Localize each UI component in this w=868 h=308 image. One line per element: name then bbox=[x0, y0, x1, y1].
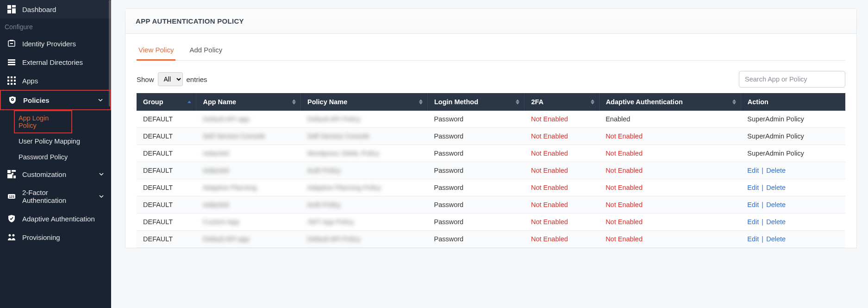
col-label: Login Method bbox=[434, 98, 478, 106]
entries-label: entries bbox=[187, 75, 207, 83]
cell-group: DEFAULT bbox=[137, 145, 196, 162]
cell-policy-name: Self Service Console bbox=[301, 128, 428, 145]
svg-rect-3 bbox=[7, 10, 11, 13]
show-label: Show bbox=[137, 75, 154, 83]
tabs: View Policy Add Policy bbox=[137, 43, 845, 61]
cell-login-method: Password bbox=[427, 196, 525, 214]
col-app-name[interactable]: App Name bbox=[196, 93, 301, 111]
nav-external-directories[interactable]: External Directories bbox=[0, 53, 111, 71]
chevron-down-icon bbox=[99, 172, 104, 176]
cell-adaptive: Not Enabled bbox=[599, 231, 741, 248]
separator: | bbox=[759, 184, 766, 191]
svg-rect-10 bbox=[7, 76, 9, 78]
delete-link[interactable]: Delete bbox=[766, 167, 786, 174]
col-label: App Name bbox=[203, 98, 236, 106]
nav-customization[interactable]: Customization bbox=[0, 165, 111, 183]
cell-action: Edit | Delete bbox=[741, 162, 845, 179]
cell-2fa: Not Enabled bbox=[525, 214, 599, 231]
nav-identity-providers[interactable]: Identity Providers bbox=[0, 34, 111, 53]
policies-subitems: App Login Policy User Policy Mapping Pas… bbox=[0, 110, 111, 165]
cell-2fa: Not Enabled bbox=[525, 128, 599, 145]
nav-apps[interactable]: Apps bbox=[0, 71, 111, 90]
directories-icon bbox=[7, 58, 16, 66]
cell-2fa: Not Enabled bbox=[525, 162, 599, 179]
edit-link[interactable]: Edit bbox=[747, 218, 759, 226]
cell-action: Edit | Delete bbox=[741, 179, 845, 196]
sort-icon bbox=[516, 100, 519, 105]
sub-item-label: User Policy Mapping bbox=[19, 138, 80, 145]
search-box bbox=[739, 71, 845, 88]
cell-login-method: Password bbox=[427, 111, 525, 128]
table-row: DEFAULTDefault API appDefault API Policy… bbox=[137, 111, 845, 128]
cell-action: Edit | Delete bbox=[741, 196, 845, 214]
cell-action: SuperAdmin Policy bbox=[741, 111, 845, 128]
svg-rect-24 bbox=[7, 174, 12, 178]
cell-adaptive: Not Enabled bbox=[599, 128, 741, 145]
main-content: APP AUTHENTICATION POLICY View Policy Ad… bbox=[111, 0, 868, 308]
edit-link[interactable]: Edit bbox=[747, 201, 759, 208]
delete-link[interactable]: Delete bbox=[766, 218, 786, 226]
table-row: DEFAULTCustom AppJWT App PolicyPasswordN… bbox=[137, 214, 845, 231]
nav-dashboard[interactable]: Dashboard bbox=[0, 0, 111, 19]
sort-icon bbox=[732, 100, 736, 105]
cell-app-name: Default API app bbox=[196, 111, 301, 128]
adaptive-auth-icon bbox=[7, 214, 16, 223]
svg-rect-0 bbox=[7, 5, 11, 9]
col-label: Group bbox=[143, 98, 163, 106]
cell-app-name: Adaptive Planning bbox=[196, 179, 301, 196]
cell-login-method: Password bbox=[427, 231, 525, 248]
cell-login-method: Password bbox=[427, 179, 525, 196]
cell-2fa: Not Enabled bbox=[525, 111, 599, 128]
nav-policies[interactable]: Policies bbox=[0, 90, 111, 110]
cell-adaptive: Not Enabled bbox=[599, 214, 741, 231]
tab-add-policy[interactable]: Add Policy bbox=[187, 43, 224, 61]
cell-adaptive: Enabled bbox=[599, 111, 741, 128]
sub-user-policy-mapping[interactable]: User Policy Mapping bbox=[0, 133, 111, 149]
policy-panel: APP AUTHENTICATION POLICY View Policy Ad… bbox=[125, 8, 857, 248]
cell-app-name: redacted bbox=[196, 196, 301, 214]
sub-password-policy[interactable]: Password Policy bbox=[0, 149, 111, 165]
cell-policy-name: Auth Policy bbox=[301, 162, 428, 179]
svg-rect-25 bbox=[13, 176, 16, 178]
delete-link[interactable]: Delete bbox=[766, 201, 786, 208]
nav-label: Apps bbox=[22, 77, 38, 85]
cell-policy-name: Auth Policy bbox=[301, 196, 428, 214]
nav-label: Policies bbox=[23, 96, 50, 104]
panel-title: APP AUTHENTICATION POLICY bbox=[136, 17, 846, 25]
nav-adaptive-auth[interactable]: Adaptive Authentication bbox=[0, 209, 111, 228]
col-login-method[interactable]: Login Method bbox=[427, 93, 525, 111]
cell-login-method: Password bbox=[427, 162, 525, 179]
chevron-down-icon bbox=[99, 194, 104, 199]
nav-label: Provisioning bbox=[22, 233, 60, 241]
delete-link[interactable]: Delete bbox=[766, 184, 786, 191]
cell-action: SuperAdmin Policy bbox=[741, 128, 845, 145]
tab-label: View Policy bbox=[138, 46, 174, 54]
tab-view-policy[interactable]: View Policy bbox=[137, 43, 175, 61]
nav-2fa[interactable]: 123 2-Factor Authentication bbox=[0, 183, 111, 209]
cell-2fa: Not Enabled bbox=[525, 231, 599, 248]
col-group[interactable]: Group bbox=[137, 93, 196, 111]
svg-rect-1 bbox=[12, 5, 16, 7]
svg-text:123: 123 bbox=[9, 195, 14, 198]
idp-icon bbox=[7, 39, 16, 48]
cell-2fa: Not Enabled bbox=[525, 179, 599, 196]
nav-provisioning[interactable]: Provisioning bbox=[0, 228, 111, 246]
svg-point-28 bbox=[9, 234, 11, 237]
search-input[interactable] bbox=[739, 71, 845, 88]
edit-link[interactable]: Edit bbox=[747, 235, 759, 243]
entries-select[interactable]: All bbox=[158, 72, 183, 86]
policy-table: Group App Name Policy Name Login Me bbox=[137, 93, 845, 248]
col-adaptive-auth[interactable]: Adaptive Authentication bbox=[599, 93, 741, 111]
separator: | bbox=[759, 218, 766, 226]
cell-group: DEFAULT bbox=[137, 162, 196, 179]
cell-policy-name: Adaptive Planning Policy bbox=[301, 179, 428, 196]
cell-group: DEFAULT bbox=[137, 214, 196, 231]
col-policy-name[interactable]: Policy Name bbox=[301, 93, 428, 111]
edit-link[interactable]: Edit bbox=[747, 167, 759, 174]
col-2fa[interactable]: 2FA bbox=[525, 93, 599, 111]
sub-app-login-policy[interactable]: App Login Policy bbox=[14, 110, 72, 133]
delete-link[interactable]: Delete bbox=[766, 235, 786, 243]
edit-link[interactable]: Edit bbox=[747, 184, 759, 191]
chevron-down-icon bbox=[98, 98, 103, 102]
nav-label: Identity Providers bbox=[22, 40, 76, 48]
